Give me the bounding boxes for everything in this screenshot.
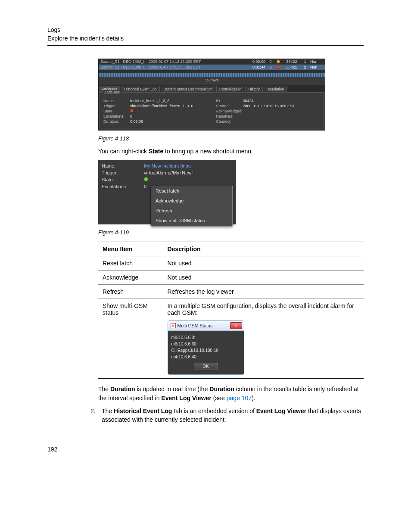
attributes-legend: Attributes [103, 90, 121, 94]
state-dot-cell [276, 60, 281, 63]
context-menu: Reset latch Acknowledge Refresh Show mul… [151, 186, 233, 226]
attr-value-started: 2009-01-07 14:12:15.928 EST [243, 104, 321, 108]
gsm-label: m8/10.6.6.8: [171, 335, 196, 340]
attr-label-trigger: Trigger: [102, 170, 139, 175]
menu-item-cell: Acknowledge [98, 271, 163, 285]
attr-value-escalations: 0 [144, 184, 146, 189]
end-cell: Non [310, 59, 323, 64]
menu-item-table: Menu Item Description Reset latch Not us… [98, 242, 364, 379]
description-cell: Not used [163, 256, 364, 271]
dialog-titlebar[interactable]: ▲ Multi GSM Status ✕ [168, 321, 244, 331]
index-cell: 0 [268, 59, 273, 64]
attr-label-resolved: Resolved: [216, 114, 240, 118]
attribute-tabs: Attributes Historical Event Log Current … [99, 85, 325, 92]
incident-name-cell: Source_S1 - DEC-1002_I... 2009-01-07 14:… [100, 65, 245, 69]
index-cell: 0 [268, 65, 273, 69]
row-count-label: 15 rows [99, 77, 325, 83]
close-button[interactable]: ✕ [230, 322, 242, 329]
tab-consolidation[interactable]: Consolidation [216, 86, 245, 92]
table-row: Show multi-GSM status In a multiple GSM … [98, 299, 364, 379]
header-rule [47, 45, 364, 46]
col-description: Description [163, 242, 364, 256]
incident-name-cell: Source_S1 - DEC-1002_I... 2009-01-07 14:… [100, 59, 245, 64]
description-cell: Not used [163, 271, 364, 285]
menu-item-show-multi-gsm-status[interactable]: Show multi-GSM status... [151, 216, 232, 226]
attr-value-state[interactable] [130, 109, 208, 113]
duration-cell: 0:01:44 [247, 65, 265, 69]
figure-118-caption: Figure 4-118 [98, 136, 364, 142]
gsm-status-row: CHEapps3/10.10.100.10: [171, 348, 240, 353]
attr-value-resolved [243, 114, 321, 118]
table-row: Reset latch Not used [98, 256, 364, 271]
attr-label-started: Started: [216, 104, 240, 108]
ok-button[interactable]: OK [194, 363, 218, 370]
step-2: 2. The Historical Event Log tab is an em… [90, 407, 364, 424]
status-dot-icon [277, 60, 280, 63]
page-107-link[interactable]: page 107 [227, 395, 252, 401]
attr-value-id: 36424 [243, 99, 321, 103]
index2-cell: 2 [302, 65, 308, 69]
id-cell: 36421 [283, 65, 300, 69]
dialog-title: Multi GSM Status [177, 323, 213, 328]
attr-label-id: ID: [216, 99, 240, 103]
page-header: Logs Explore the incident's details [47, 26, 364, 43]
attr-label-state: State: [103, 109, 128, 113]
step-number: 2. [90, 407, 98, 424]
table-row: Acknowledge Not used [98, 271, 364, 285]
menu-item-cell: Show multi-GSM status [98, 299, 163, 379]
col-menu-item: Menu Item [98, 242, 163, 256]
attr-value-acknowledged [243, 109, 321, 113]
figure-119-caption: Figure 4-119 [98, 230, 364, 236]
attr-label-state: State: [102, 177, 139, 182]
attr-value-cleared [243, 119, 321, 124]
attr-value-trigger: virtualAlarm://My+New+ [144, 170, 194, 175]
attr-label-acknowledged: Acknowledged: [216, 109, 240, 113]
tab-history[interactable]: History [245, 86, 262, 92]
gsm-status-row: m8/10.6.6.8: [171, 335, 240, 340]
multi-gsm-status-dialog: ▲ Multi GSM Status ✕ m8/10.6.6.8: m6/10.… [168, 320, 244, 375]
horizontal-scrollbar[interactable] [99, 73, 325, 77]
gsm-status-row: m4/10.6.6.40: [171, 355, 240, 359]
status-dot-icon [130, 109, 134, 112]
table-row[interactable]: Source_S1 - DEC-1002_I... 2009-01-07 14:… [99, 59, 325, 65]
attributes-frame: Attributes Name:Incident_freeze_1_3_6 Tr… [100, 92, 324, 128]
attr-value-duration: 0:05:06 [130, 119, 208, 124]
attr-label-trigger: Trigger: [103, 104, 128, 108]
close-icon: ✕ [234, 324, 238, 328]
attr-value-state[interactable] [144, 177, 148, 182]
tab-historical-event-log[interactable]: Historical Event Log [121, 86, 160, 92]
attr-value-name: Incident_freeze_1_3_6 [130, 99, 208, 103]
duration-paragraph: The Duration is updated in real time (th… [98, 385, 364, 402]
app-icon: ▲ [171, 323, 176, 328]
page-number: 192 [47, 446, 364, 453]
state-right-click-text: You can right-click State to bring up a … [98, 147, 364, 156]
attr-label-cleared: Cleared: [216, 119, 240, 124]
table-row-selected[interactable]: Source_S1 - DEC-1002_I... 2009-01-07 14:… [99, 65, 325, 70]
attr-label-name: Name: [102, 163, 139, 168]
attr-label-escalations: Escalations: [103, 114, 128, 118]
tab-current-status-decomposition[interactable]: Current Status Decomposition [161, 86, 215, 92]
description-cell: Refreshes the log viewer [163, 285, 364, 299]
gsm-label: CHEapps3/10.10.100.10: [171, 348, 220, 353]
incident-list: Source_S1 - DEC-1002_I... 2009-01-07 14:… [99, 59, 325, 70]
gsm-label: m4/10.6.6.40: [171, 355, 198, 359]
id-cell: 36422 [283, 59, 300, 64]
header-section: Logs [47, 26, 364, 34]
menu-item-cell: Refresh [98, 285, 163, 299]
menu-item-refresh[interactable]: Refresh [151, 206, 232, 216]
figure-119-screenshot: Name:My New Incident (inpu Trigger:virtu… [98, 160, 236, 224]
end-cell: Non [310, 65, 323, 69]
attr-label-name: Name: [103, 99, 128, 103]
duration-cell: 0:00:00 [247, 59, 265, 64]
gsm-label: m6/10.6.6.60: [171, 342, 198, 346]
figure-118-screenshot: Source_S1 - DEC-1002_I... 2009-01-07 14:… [98, 59, 325, 131]
attr-value-escalations: 0 [130, 114, 208, 118]
menu-item-acknowledge[interactable]: Acknowledge [151, 196, 232, 206]
table-row: Refresh Refreshes the log viewer [98, 285, 364, 299]
attr-value-trigger: virtualAlarm://Incident_freeze_1_3_6 [130, 104, 208, 108]
attr-label-escalations: Escalations: [102, 184, 139, 189]
header-subsection: Explore the incident's details [47, 34, 364, 43]
attr-value-name: My New Incident (inpu [144, 163, 191, 168]
menu-item-reset-latch[interactable]: Reset latch [151, 186, 232, 196]
tab-resolution[interactable]: Resolution [264, 86, 287, 92]
